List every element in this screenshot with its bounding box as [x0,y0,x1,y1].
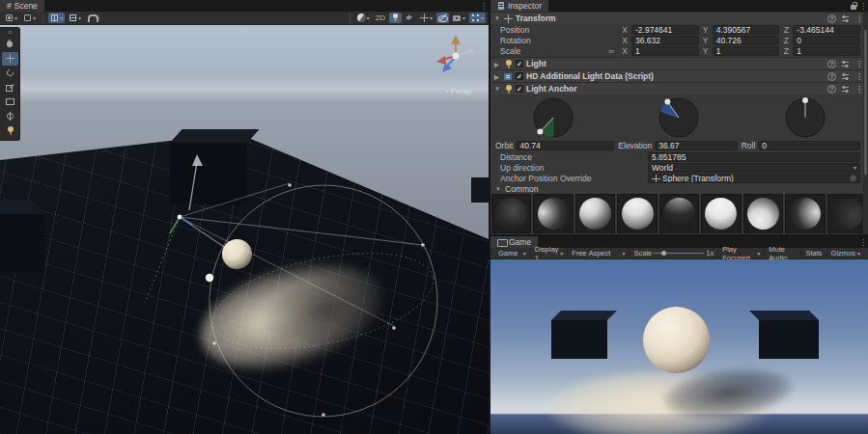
scrollbar-thumb[interactable] [864,30,867,175]
audio-toggle-button[interactable] [404,13,416,23]
display-dropdown[interactable]: Display 1 ▾ [531,248,569,258]
help-icon[interactable]: ? [827,60,836,68]
preset-icon[interactable] [841,72,850,81]
tab-game[interactable]: Game [490,236,538,248]
scale-row: Scale ∞ X 1 Y 1 Z 1 [490,45,868,56]
help-icon[interactable]: ? [827,14,836,23]
preset-icon[interactable] [841,60,850,68]
anchor-preset-rim-left[interactable] [533,194,573,233]
hd-light-data-header[interactable]: ▶ ✓ HD Additional Light Data (Script) ? … [490,69,868,82]
overlay-grip-icon[interactable]: ≡ [8,30,12,37]
lock-icon[interactable] [850,2,858,11]
scene-viewport[interactable]: ‹ Persp ≡ [0,25,489,434]
draw-mode-button[interactable]: ▾ [355,13,372,23]
tool-settings-icon [5,14,14,22]
hand-tool-button[interactable] [2,38,18,51]
anchor-preset-rim-right[interactable] [785,194,825,233]
view-orientation-gizmo[interactable] [431,33,481,83]
anchor-preset-top-left[interactable] [617,194,657,233]
orbit-dial[interactable] [490,95,616,140]
scene-menu-kebab-icon[interactable]: ⋮ [479,0,489,12]
common-foldout[interactable]: ▼ Common [490,183,868,194]
mute-audio-button[interactable]: Mute Audio [765,248,801,258]
preset-icon[interactable] [841,14,850,23]
link-scale-icon[interactable]: ∞ [608,46,621,56]
anchor-enabled-checkbox[interactable]: ✓ [516,85,523,93]
anchor-preset-top[interactable] [701,194,741,233]
scene-tabbar: # Scene ⋮ [0,0,489,12]
roll-field[interactable]: 0 [758,141,860,150]
tool-settings-button[interactable]: ▾ [3,13,19,23]
tab-inspector[interactable]: Inspector [490,0,548,12]
game-viewport[interactable] [490,259,868,434]
help-icon[interactable]: ? [827,72,836,81]
game-panel: Game ⋮ Game ▾ Display 1 ▾ Free Aspect ▾ … [490,236,868,434]
anchor-override-objectfield[interactable]: Sphere (Transform) ◎ [648,174,860,183]
position-x-field[interactable]: -2.974641 [631,25,699,35]
light-anchor-gizmo[interactable] [0,25,489,434]
aspect-dropdown[interactable]: Free Aspect ▾ [568,248,630,258]
scale-y-field[interactable]: 1 [713,46,780,56]
anchor-preset-front-bottom[interactable] [743,194,783,233]
pivot-mode-button[interactable]: ▾ [21,13,38,23]
light-anchor-header[interactable]: ▼ ✓ Light Anchor ? ⋮ [490,82,868,95]
rotate-tool-button[interactable] [2,67,18,80]
slider-knob[interactable] [661,251,666,256]
snap-increment-button[interactable]: ▾ [85,13,101,23]
persp-label[interactable]: ‹ Persp [425,87,489,95]
up-direction-dropdown[interactable]: World ▾ [648,163,860,173]
game-menu-kebab-icon[interactable]: ⋮ [858,236,868,248]
play-focused-dropdown[interactable]: Play Focused ▾ [718,248,765,258]
move-tool-button[interactable] [2,52,18,66]
tab-scene[interactable]: # Scene [0,0,44,12]
inspector-menu-kebab-icon[interactable]: ⋮ [858,0,868,12]
elevation-dial[interactable] [616,95,742,140]
object-picker-icon[interactable]: ◎ [850,174,856,182]
distance-field[interactable]: 5.851785 [648,152,860,162]
elevation-field[interactable]: 36.67 [655,141,737,150]
scale-x-field[interactable]: 1 [631,46,699,56]
lighting-toggle-button[interactable] [389,13,402,23]
foldout-closed-icon[interactable]: ▶ [494,73,501,80]
help-icon[interactable]: ? [827,85,836,94]
preset-icon[interactable] [841,85,850,94]
rotation-x-field[interactable]: 36.632 [631,36,699,45]
preset-sphere-icon [495,198,527,230]
scale-tool-button[interactable] [2,81,18,95]
scale-slider[interactable] [654,253,704,254]
roll-dial[interactable] [742,95,868,140]
display-target-dropdown[interactable]: Game ▾ [494,248,531,258]
grid-visibility-button[interactable]: ▾ [67,13,83,23]
anchor-preset-back-top[interactable] [659,194,699,233]
script-component-icon [504,72,513,81]
position-y-field[interactable]: 4.390567 [713,25,780,35]
scene-visibility-button[interactable] [436,13,449,23]
game-cube-right [759,311,819,359]
transform-header[interactable]: ▼ Transform ? ⋮ [490,12,868,24]
foldout-open-icon[interactable]: ▼ [494,15,501,21]
gizmos-button[interactable]: Gizmos ▾ [827,248,864,258]
effects-toggle-button[interactable]: ▾ [418,13,434,23]
2d-toggle-button[interactable]: 2D [374,13,387,23]
rotation-y-field[interactable]: 40.726 [713,36,780,45]
transform-tool-button[interactable] [2,110,18,123]
anchor-preset-back[interactable] [491,194,531,233]
rotation-z-field[interactable]: 0 [793,36,860,45]
scale-z-field[interactable]: 1 [793,46,860,56]
rect-tool-button[interactable] [2,95,18,109]
inspector-scrollbar[interactable] [863,13,868,234]
light-enabled-checkbox[interactable]: ✓ [516,60,523,68]
camera-settings-button[interactable]: ▾ [451,13,467,23]
position-z-field[interactable]: -3.465144 [793,25,860,35]
anchor-preset-upper-left[interactable] [575,194,615,233]
anchor-preset-back-right[interactable] [827,194,867,233]
light-header[interactable]: ▶ ✓ Light ? ⋮ [490,57,868,69]
foldout-open-icon[interactable]: ▼ [494,86,501,92]
orbit-field[interactable]: 40.74 [516,141,614,150]
stats-button[interactable]: Stats [801,248,826,258]
foldout-closed-icon[interactable]: ▶ [494,61,501,68]
light-anchor-tool-button[interactable] [2,124,18,138]
hd-enabled-checkbox[interactable]: ✓ [516,72,523,80]
grid-snap-button[interactable]: ▾ [48,13,65,23]
gizmos-dropdown-button[interactable]: ▾ [469,13,486,23]
